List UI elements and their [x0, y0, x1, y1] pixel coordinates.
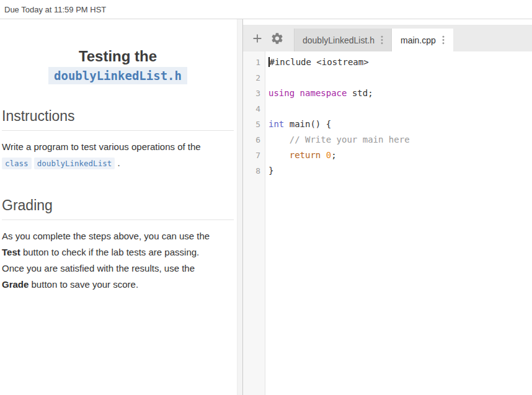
section-heading: Grading	[2, 197, 234, 220]
code-token: main() {	[284, 119, 331, 129]
code-token: return	[290, 150, 321, 160]
tab-doublylinkedlist-h[interactable]: doublyLinkedList.h	[294, 29, 392, 51]
code-token: // Write your main here	[290, 135, 410, 144]
tab-menu-icon[interactable]	[381, 35, 383, 45]
tab-label: doublyLinkedList.h	[303, 35, 375, 45]
code-line[interactable]: int main() {	[268, 117, 532, 132]
code-token: }	[268, 166, 273, 175]
code-line[interactable]: // Write your main here	[268, 132, 532, 148]
paragraph-text: .	[115, 158, 120, 168]
section-paragraph: Write a program to test various operatio…	[2, 139, 223, 172]
code-token: ;	[331, 150, 336, 160]
tab-menu-icon[interactable]	[442, 35, 445, 45]
paragraph-text: button to check if the lab tests are pas…	[2, 247, 199, 273]
code-line[interactable]	[268, 70, 532, 86]
code-token: int	[268, 119, 284, 129]
inline-code-chip: class	[2, 158, 32, 169]
paragraph-text: As you complete the steps above, you can…	[2, 231, 210, 241]
line-number: 2	[243, 70, 260, 86]
code-token	[268, 135, 290, 144]
bold-text: Test	[2, 247, 20, 257]
line-number: 1	[243, 55, 260, 70]
code-line[interactable]: #include <iostream>	[268, 55, 532, 70]
code-line[interactable]: }	[268, 163, 532, 179]
section-paragraph: As you complete the steps above, you can…	[2, 228, 223, 293]
inline-code-chip: doublyLinkedList	[34, 158, 115, 169]
line-number: 5	[243, 117, 260, 132]
line-number: 6	[243, 132, 260, 148]
code-area[interactable]: #include <iostream>using namespace std;i…	[265, 51, 532, 395]
lab-title: Testing the	[2, 47, 234, 66]
code-token: 0	[326, 150, 331, 160]
gear-icon	[270, 32, 284, 45]
code-token: std;	[347, 88, 373, 98]
line-number: 8	[243, 163, 260, 179]
plus-icon	[250, 32, 264, 45]
code-line[interactable]	[268, 101, 532, 117]
line-number: 4	[243, 101, 260, 117]
due-banner: Due Today at 11:59 PM HST	[0, 0, 532, 19]
lab-title-code: doublyLinkedList.h	[48, 67, 187, 84]
editor-tabbar: doublyLinkedList.hmain.cpp	[243, 25, 532, 51]
paragraph-text: button to save your score.	[29, 279, 138, 290]
code-editor: 12345678 #include <iostream>using namesp…	[243, 51, 532, 395]
paragraph-text: Write a program to test various operatio…	[2, 141, 201, 152]
line-number: 3	[243, 86, 260, 101]
panel-scrollbar[interactable]	[237, 19, 242, 395]
editor-gutter: 12345678	[243, 51, 265, 395]
section-grading: GradingAs you complete the steps above, …	[2, 197, 234, 293]
lab-title-code-row: doublyLinkedList.h	[2, 69, 234, 82]
code-line[interactable]: using namespace std;	[268, 86, 532, 101]
code-token: using	[268, 88, 295, 98]
tabbar-spacer	[243, 19, 532, 25]
settings-button[interactable]	[269, 30, 285, 47]
editor-panel: doublyLinkedList.hmain.cpp 12345678 #inc…	[243, 19, 532, 395]
section-instructions: InstructionsWrite a program to test vari…	[2, 108, 234, 172]
add-file-button[interactable]	[249, 30, 265, 47]
code-token	[268, 150, 290, 160]
code-token	[295, 88, 299, 98]
code-token	[321, 150, 326, 160]
tab-main-cpp[interactable]: main.cpp	[392, 29, 453, 51]
tab-label: main.cpp	[401, 35, 436, 45]
main-split: Testing the doublyLinkedList.h Instructi…	[0, 19, 532, 395]
code-token: #include <iostream>	[270, 57, 369, 67]
code-token: namespace	[300, 88, 347, 98]
instructions-panel: Testing the doublyLinkedList.h Instructi…	[0, 19, 243, 395]
line-number: 7	[243, 148, 260, 163]
code-line[interactable]: return 0;	[268, 148, 532, 163]
due-text: Due Today at 11:59 PM HST	[4, 5, 106, 14]
bold-text: Grade	[2, 279, 29, 290]
editor-toolbar	[249, 30, 294, 47]
section-heading: Instructions	[2, 108, 234, 131]
